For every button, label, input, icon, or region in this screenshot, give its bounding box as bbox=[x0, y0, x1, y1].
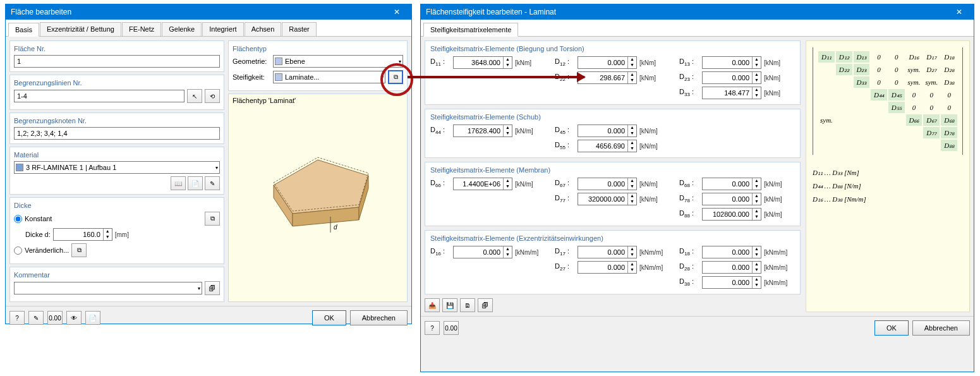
view-icon[interactable]: 👁 bbox=[66, 311, 82, 325]
input-d68[interactable]: ▲▼ bbox=[702, 178, 761, 190]
unit-mm: [mm] bbox=[115, 231, 129, 238]
select-stiffness[interactable]: Laminate...▾ bbox=[273, 71, 385, 83]
import-icon[interactable]: 📥 bbox=[425, 298, 440, 312]
label-geometry: Geometrie: bbox=[233, 58, 270, 65]
edit-thickness-icon[interactable]: ⧉ bbox=[205, 212, 220, 226]
group-surface-no: Fläche Nr. bbox=[9, 40, 224, 72]
units-icon[interactable]: 0.00 bbox=[47, 311, 63, 325]
input-d11[interactable]: ▲▼ bbox=[453, 56, 512, 69]
new-icon[interactable]: 📄 bbox=[188, 176, 203, 190]
input-d77[interactable]: ▲▼ bbox=[578, 193, 637, 205]
ok-button[interactable]: OK bbox=[312, 310, 346, 325]
legend-3: D₁₆ … D₃₈ [Nm/m] bbox=[813, 193, 963, 206]
window-title: Flächensteifigkeit bearbeiten - Laminat bbox=[426, 8, 950, 16]
label-boundary-nodes: Begrenzungsknoten Nr. bbox=[14, 117, 220, 124]
input-thickness[interactable]: ▲▼ bbox=[53, 228, 112, 241]
dialog-edit-stiffness: Flächensteifigkeit bearbeiten - Laminat … bbox=[420, 4, 974, 372]
legend-2: D₄₄ … D₈₈ [N/m] bbox=[813, 179, 963, 193]
dialog-edit-surface: Fläche bearbeiten ✕ Basis Exzentrizität … bbox=[5, 4, 412, 324]
select-geometry[interactable]: Ebene▾ bbox=[273, 55, 403, 68]
select-icon[interactable]: ⟲ bbox=[205, 89, 220, 103]
annotation-arrow bbox=[408, 76, 584, 78]
input-d66[interactable]: ▲▼ bbox=[453, 178, 512, 190]
label-comment: Kommentar bbox=[14, 271, 220, 279]
ok-button[interactable]: OK bbox=[874, 320, 909, 336]
group-bending: Steifigkeitsmatrix-Elemente (Biegung und… bbox=[425, 40, 801, 105]
legend-1: D₁₁ … D₃₃ [Nm] bbox=[813, 166, 963, 179]
help-icon[interactable]: ? bbox=[9, 311, 25, 325]
tab-integrated[interactable]: Integriert bbox=[202, 22, 243, 36]
label-boundary-lines: Begrenzungslinien Nr. bbox=[14, 79, 220, 87]
library-icon[interactable]: 📖 bbox=[171, 176, 186, 190]
label-thickness: Dicke bbox=[14, 202, 220, 209]
group-material: Material 3 RF-LAMINATE 1 | Aufbau 1 ▾ 📖 … bbox=[9, 147, 224, 195]
select-material[interactable]: 3 RF-LAMINATE 1 | Aufbau 1 ▾ bbox=[14, 161, 220, 174]
tab-hinges[interactable]: Gelenke bbox=[162, 22, 202, 36]
tab-basis[interactable]: Basis bbox=[8, 23, 39, 37]
svg-text:d: d bbox=[334, 224, 337, 231]
group-boundary-lines: Begrenzungslinien Nr. ↖ ⟲ bbox=[9, 75, 224, 110]
edit-stiffness-button[interactable]: ⧉ bbox=[388, 70, 403, 84]
input-d17[interactable]: ▲▼ bbox=[578, 246, 637, 258]
comment-pick-icon[interactable]: 🗐 bbox=[205, 281, 220, 295]
tab-axes[interactable]: Achsen bbox=[245, 22, 282, 36]
group-boundary-nodes: Begrenzungsknoten Nr. bbox=[9, 112, 224, 144]
input-d27[interactable]: ▲▼ bbox=[578, 261, 637, 274]
label-stiffness: Steifigkeit: bbox=[233, 73, 270, 81]
excel-icon[interactable]: 🗎 bbox=[460, 298, 475, 312]
input-d13[interactable]: ▲▼ bbox=[702, 56, 761, 69]
titlebar[interactable]: Flächensteifigkeit bearbeiten - Laminat … bbox=[421, 4, 974, 20]
group-shear: Steifigkeitsmatrix-Elemente (Schub) D44 … bbox=[425, 109, 801, 158]
note-icon[interactable]: ✎ bbox=[28, 311, 44, 325]
report-icon[interactable]: 📄 bbox=[85, 311, 100, 325]
tab-eccentricity[interactable]: Exzentrizität / Bettung bbox=[40, 22, 121, 36]
cancel-button[interactable]: Abbrechen bbox=[350, 310, 408, 325]
input-d67[interactable]: ▲▼ bbox=[578, 178, 637, 190]
tab-grid[interactable]: Raster bbox=[282, 22, 316, 36]
preview-title: Flächentyp 'Laminat' bbox=[233, 97, 296, 104]
input-d88[interactable]: ▲▼ bbox=[702, 208, 761, 221]
tab-stiffness-matrix[interactable]: Steifigkeitsmatrixelemente bbox=[423, 23, 518, 37]
label-material: Material bbox=[14, 151, 220, 159]
titlebar[interactable]: Fläche bearbeiten ✕ bbox=[6, 4, 411, 20]
input-d16[interactable]: ▲▼ bbox=[453, 246, 512, 258]
input-d18[interactable]: ▲▼ bbox=[702, 246, 761, 258]
laminate-preview-icon: d bbox=[248, 141, 387, 255]
group-membrane: Steifigkeitsmatrix-Elemente (Membran) D6… bbox=[425, 162, 801, 226]
tab-fe-mesh[interactable]: FE-Netz bbox=[122, 22, 161, 36]
input-d55[interactable]: ▲▼ bbox=[578, 140, 637, 152]
svg-marker-0 bbox=[274, 160, 368, 214]
close-icon[interactable]: ✕ bbox=[387, 8, 406, 16]
pick-icon[interactable]: ↖ bbox=[187, 89, 202, 103]
input-d12[interactable]: ▲▼ bbox=[578, 56, 637, 69]
group-eccentricity: Steifigkeitsmatrix-Elemente (Exzentrizit… bbox=[425, 230, 801, 294]
variable-edit-icon[interactable]: ⧉ bbox=[71, 243, 87, 257]
input-d45[interactable]: ▲▼ bbox=[578, 124, 637, 137]
material-value: 3 RF-LAMINATE 1 | Aufbau 1 bbox=[26, 164, 116, 171]
edit-icon[interactable]: ✎ bbox=[205, 176, 220, 190]
input-boundary-lines[interactable] bbox=[14, 90, 185, 102]
radio-variable[interactable]: Veränderlich... bbox=[14, 246, 69, 255]
matrix-diagram-panel: D₁₁D₁₂D₁₃00D₁₆D₁₇D₁₈ D₂₂D₂₃00sym.D₂₇D₂₈ … bbox=[806, 40, 970, 312]
input-d38[interactable]: ▲▼ bbox=[702, 276, 761, 289]
select-comment[interactable]: ▾ bbox=[14, 282, 202, 294]
input-d22[interactable]: ▲▼ bbox=[578, 71, 637, 84]
copy-icon[interactable]: 🗐 bbox=[478, 298, 493, 312]
input-d23[interactable]: ▲▼ bbox=[702, 71, 761, 84]
input-boundary-nodes[interactable] bbox=[14, 127, 220, 140]
input-d33[interactable]: ▲▼ bbox=[702, 87, 761, 99]
help-icon[interactable]: ? bbox=[425, 321, 440, 335]
units-icon[interactable]: 0.00 bbox=[444, 321, 459, 335]
cancel-button[interactable]: Abbrechen bbox=[912, 320, 970, 336]
group-thickness: Dicke Konstant ⧉ Dicke d: ▲▼ [mm] Veränd… bbox=[9, 197, 224, 264]
tab-strip: Basis Exzentrizität / Bettung FE-Netz Ge… bbox=[6, 20, 411, 37]
close-icon[interactable]: ✕ bbox=[950, 8, 969, 16]
input-d78[interactable]: ▲▼ bbox=[702, 193, 761, 205]
save-icon[interactable]: 💾 bbox=[442, 298, 457, 312]
label-surface-no: Fläche Nr. bbox=[14, 45, 220, 52]
input-surface-no[interactable] bbox=[14, 55, 220, 68]
radio-constant[interactable]: Konstant bbox=[14, 215, 52, 223]
input-d44[interactable]: ▲▼ bbox=[453, 124, 512, 137]
group-comment: Kommentar ▾ 🗐 bbox=[9, 267, 224, 302]
input-d28[interactable]: ▲▼ bbox=[702, 261, 761, 274]
